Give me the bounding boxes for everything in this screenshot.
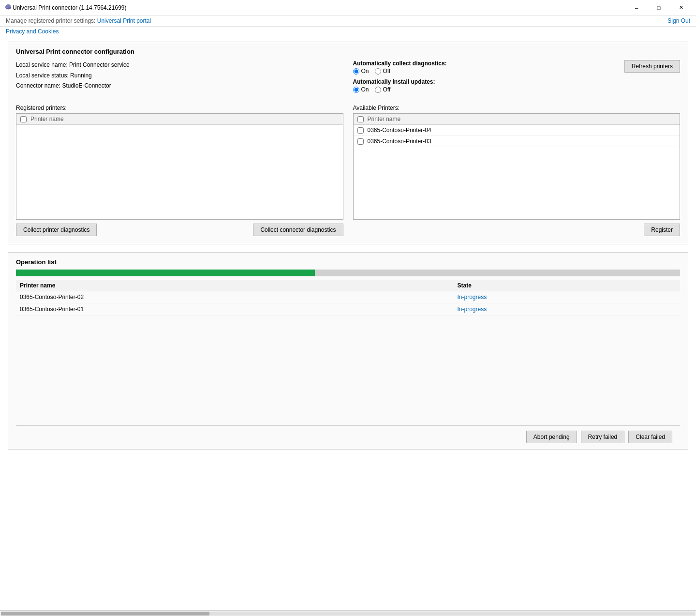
local-service-name: Local service name: Print Connector serv… bbox=[16, 60, 343, 71]
registered-printers-panel: Registered printers: Printer name Collec… bbox=[16, 105, 343, 236]
available-select-all-checkbox[interactable] bbox=[357, 116, 364, 122]
available-printers-header: Printer name bbox=[354, 114, 680, 125]
auto-collect-on-radio[interactable] bbox=[353, 68, 359, 75]
list-item: 0365-Contoso-Printer-03 bbox=[354, 136, 680, 147]
auto-collect-off-radio[interactable] bbox=[375, 68, 381, 75]
auto-collect-off-label[interactable]: Off bbox=[375, 68, 391, 75]
registered-select-all-checkbox[interactable] bbox=[20, 116, 27, 122]
list-item: 0365-Contoso-Printer-04 bbox=[354, 125, 680, 136]
registered-panel-actions: Collect printer diagnostics Collect conn… bbox=[16, 224, 343, 236]
refresh-btn-wrap: Refresh printers bbox=[624, 60, 680, 73]
op-table-wrap: Printer name State 0365-Contoso-Printer-… bbox=[16, 280, 680, 425]
collect-printer-diagnostics-button[interactable]: Collect printer diagnostics bbox=[16, 224, 97, 236]
progress-bar bbox=[16, 270, 680, 276]
window-title: Universal Print connector (1.14.7564.216… bbox=[13, 4, 625, 11]
operation-table: Printer name State 0365-Contoso-Printer-… bbox=[16, 280, 680, 316]
config-right: Automatically collect diagnostics: On Of… bbox=[343, 60, 681, 97]
available-printers-panel: Available Printers: Printer name 0365-Co… bbox=[353, 105, 681, 236]
clear-failed-button[interactable]: Clear failed bbox=[628, 431, 672, 443]
auto-install-on-radio[interactable] bbox=[353, 87, 359, 93]
auto-install-off-radio[interactable] bbox=[375, 87, 381, 93]
app-icon bbox=[4, 2, 13, 13]
manage-text: Manage registered printer settings: Univ… bbox=[6, 17, 151, 24]
off-label-2: Off bbox=[383, 86, 391, 93]
progress-bar-fill bbox=[16, 270, 315, 276]
auto-collect-on-label[interactable]: On bbox=[353, 68, 369, 75]
config-section: Universal Print connector configuration … bbox=[8, 42, 688, 244]
op-state: In-progress bbox=[453, 303, 680, 316]
config-layout: Local service name: Print Connector serv… bbox=[16, 60, 680, 97]
registered-printers-label: Registered printers: bbox=[16, 105, 343, 111]
registered-printers-list: Printer name bbox=[16, 113, 343, 220]
auto-install-off-label[interactable]: Off bbox=[375, 86, 391, 93]
scrollbar-track bbox=[1, 612, 695, 616]
available-col-header: Printer name bbox=[368, 116, 401, 122]
registered-col-header: Printer name bbox=[30, 116, 64, 122]
on-label-2: On bbox=[361, 86, 369, 93]
auto-install-radio-group: On Off bbox=[353, 86, 624, 93]
close-button[interactable]: ✕ bbox=[670, 0, 692, 15]
main-window: Universal Print connector (1.14.7564.216… bbox=[0, 0, 696, 616]
connector-name: Connector name: StudioE-Connector bbox=[16, 81, 343, 91]
main-content: Universal Print connector configuration … bbox=[0, 38, 696, 610]
titlebar: Universal Print connector (1.14.7564.216… bbox=[0, 0, 696, 15]
op-state: In-progress bbox=[453, 291, 680, 303]
table-row: 0365-Contoso-Printer-01In-progress bbox=[16, 303, 680, 316]
auto-collect-radio-group: On Off bbox=[353, 68, 624, 75]
minimize-button[interactable]: – bbox=[625, 0, 648, 15]
svg-point-3 bbox=[6, 4, 11, 7]
op-printer-name: 0365-Contoso-Printer-02 bbox=[16, 291, 453, 303]
auto-collect-label: Automatically collect diagnostics: bbox=[353, 60, 624, 67]
auto-install-label: Automatically install updates: bbox=[353, 78, 624, 85]
bottom-actions: Abort pending Retry failed Clear failed bbox=[16, 425, 680, 449]
col-state: State bbox=[453, 280, 680, 291]
refresh-printers-button[interactable]: Refresh printers bbox=[624, 60, 680, 73]
settings-left: Automatically collect diagnostics: On Of… bbox=[353, 60, 624, 97]
operation-section: Operation list Printer name State 0365-C… bbox=[8, 252, 688, 450]
printer-checkbox-04[interactable] bbox=[357, 127, 364, 134]
sign-out-link[interactable]: Sign Out bbox=[667, 17, 690, 24]
horizontal-scrollbar[interactable] bbox=[0, 610, 696, 616]
retry-failed-button[interactable]: Retry failed bbox=[581, 431, 625, 443]
privacy-cookies-link[interactable]: Privacy and Cookies bbox=[6, 28, 59, 35]
collect-connector-diagnostics-button[interactable]: Collect connector diagnostics bbox=[253, 224, 343, 236]
col-printer-name: Printer name bbox=[16, 280, 453, 291]
local-service-status: Local service status: Running bbox=[16, 71, 343, 81]
operation-list-title: Operation list bbox=[16, 258, 680, 266]
maximize-button[interactable]: □ bbox=[648, 0, 670, 15]
available-panel-actions: Register bbox=[353, 224, 681, 236]
register-button[interactable]: Register bbox=[644, 224, 680, 236]
op-table-header-row: Printer name State bbox=[16, 280, 680, 291]
table-row: 0365-Contoso-Printer-02In-progress bbox=[16, 291, 680, 303]
on-label-1: On bbox=[361, 68, 369, 75]
available-printers-label: Available Printers: bbox=[353, 105, 681, 111]
available-printers-list: Printer name 0365-Contoso-Printer-04 036… bbox=[353, 113, 681, 220]
auto-install-on-label[interactable]: On bbox=[353, 86, 369, 93]
registered-printers-header: Printer name bbox=[16, 114, 343, 125]
printer-name-04: 0365-Contoso-Printer-04 bbox=[368, 127, 431, 134]
printer-name-03: 0365-Contoso-Printer-03 bbox=[368, 138, 431, 145]
printer-checkbox-03[interactable] bbox=[357, 138, 364, 145]
abort-pending-button[interactable]: Abort pending bbox=[526, 431, 577, 443]
settings-row: Automatically collect diagnostics: On Of… bbox=[353, 60, 681, 97]
config-section-title: Universal Print connector configuration bbox=[16, 48, 680, 55]
window-controls: – □ ✕ bbox=[625, 0, 692, 15]
printers-layout: Registered printers: Printer name Collec… bbox=[16, 105, 680, 236]
scrollbar-thumb[interactable] bbox=[1, 612, 209, 616]
privacy-bar: Privacy and Cookies bbox=[0, 27, 696, 38]
config-left: Local service name: Print Connector serv… bbox=[16, 60, 343, 97]
op-printer-name: 0365-Contoso-Printer-01 bbox=[16, 303, 453, 316]
portal-link[interactable]: Universal Print portal bbox=[97, 17, 151, 24]
off-label-1: Off bbox=[383, 68, 391, 75]
header-bar: Manage registered printer settings: Univ… bbox=[0, 15, 696, 27]
